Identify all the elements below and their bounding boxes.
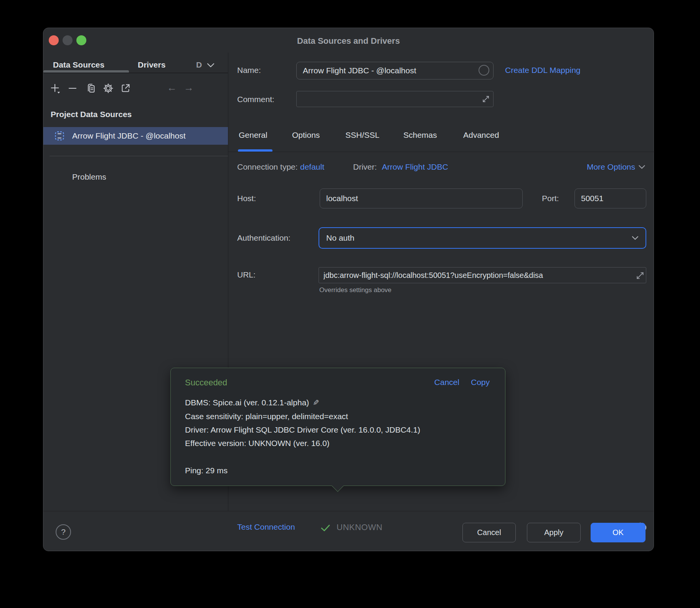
name-input[interactable] <box>297 62 493 79</box>
tab-ssh-ssl[interactable]: SSH/SSL <box>345 131 380 140</box>
more-options-chevron-down-icon <box>639 165 645 169</box>
edit-dbms-pencil-icon[interactable]: ✎ <box>313 396 319 410</box>
url-input[interactable] <box>319 268 646 283</box>
port-input[interactable] <box>575 189 646 208</box>
tab-advanced[interactable]: Advanced <box>463 131 499 140</box>
test-connection-link[interactable]: Test Connection <box>237 522 295 532</box>
host-label: Host: <box>237 194 256 203</box>
port-field-wrap <box>575 188 646 208</box>
dbms-line: DBMS: Spice.ai (ver. 0.12.1-alpha)✎ <box>185 396 420 410</box>
data-sources-dialog: Data Sources and Drivers Data Sources Dr… <box>43 28 654 551</box>
test-connection-result-popup: Succeeded Cancel Copy DBMS: Spice.ai (ve… <box>170 368 505 486</box>
authentication-chevron-down-icon <box>632 236 639 240</box>
connection-status-text: UNKNOWN <box>337 522 383 532</box>
apply-button[interactable]: Apply <box>527 523 581 542</box>
test-result-details: DBMS: Spice.ai (ver. 0.12.1-alpha)✎ Case… <box>185 396 420 477</box>
cancel-button[interactable]: Cancel <box>462 523 516 542</box>
driver-value-link[interactable]: Arrow Flight JDBC <box>382 162 448 172</box>
ping-line: Ping: 29 ms <box>185 464 420 477</box>
forward-arrow-icon[interactable]: → <box>184 82 194 94</box>
create-ddl-mapping-link[interactable]: Create DDL Mapping <box>505 66 581 75</box>
data-source-tree-item-selected[interactable]: Arrow Flight JDBC - @localhost <box>43 127 228 145</box>
authentication-select[interactable]: No auth <box>319 227 646 249</box>
back-arrow-icon[interactable]: ← <box>167 82 177 94</box>
duplicate-data-source-button[interactable] <box>86 83 96 94</box>
connection-type-value[interactable]: default <box>300 162 324 172</box>
tree-separator <box>50 156 228 156</box>
tab-general[interactable]: General <box>239 131 267 140</box>
name-label: Name: <box>237 66 261 75</box>
sidebar-tabstrip-divider <box>43 73 228 73</box>
tab-schemas[interactable]: Schemas <box>403 131 437 140</box>
data-source-settings-gear-icon[interactable] <box>103 83 114 94</box>
popup-copy-link[interactable]: Copy <box>471 378 490 387</box>
window-title: Data Sources and Drivers <box>43 36 654 46</box>
popup-cancel-link[interactable]: Cancel <box>434 378 459 387</box>
test-result-status: Succeeded <box>185 378 227 388</box>
connection-success-check-icon <box>321 524 330 532</box>
more-options-link[interactable]: More Options <box>587 162 645 172</box>
popup-tail <box>332 480 343 492</box>
arrow-flight-driver-icon <box>54 131 64 141</box>
port-label: Port: <box>542 194 559 203</box>
url-expand-icon[interactable] <box>636 271 645 280</box>
driver-line: Driver: Arrow Flight SQL JDBC Driver Cor… <box>185 423 420 436</box>
authentication-value: No auth <box>326 233 355 243</box>
comment-input[interactable] <box>297 91 493 107</box>
tab-ddl-truncated[interactable]: D <box>196 60 202 69</box>
footer-divider <box>43 511 654 511</box>
url-label: URL: <box>237 270 256 279</box>
name-field-wrap <box>296 62 494 79</box>
host-input[interactable] <box>320 189 522 208</box>
host-field-wrap <box>320 188 523 208</box>
sidebar-item-problems[interactable]: Problems <box>72 172 106 182</box>
authentication-label: Authentication: <box>237 233 291 243</box>
data-source-item-label: Arrow Flight JDBC - @localhost <box>72 131 186 140</box>
tab-drivers[interactable]: Drivers <box>138 60 165 69</box>
project-data-sources-header: Project Data Sources <box>51 110 132 119</box>
tab-data-sources[interactable]: Data Sources <box>53 60 104 69</box>
ok-button[interactable]: OK <box>591 523 646 542</box>
tabs-bottom-divider <box>228 152 654 152</box>
case-sensitivity-line: Case sensitivity: plain=upper, delimited… <box>185 410 420 423</box>
url-override-hint: Overrides settings above <box>319 286 391 294</box>
name-spinner-icon <box>479 65 489 76</box>
export-data-source-icon[interactable] <box>120 83 131 94</box>
remove-data-source-button[interactable] <box>67 83 78 94</box>
comment-expand-icon[interactable] <box>482 95 490 103</box>
connection-type-label: Connection type: <box>237 162 298 172</box>
comment-label: Comment: <box>237 95 274 104</box>
driver-label: Driver: <box>353 162 377 172</box>
comment-field-wrap <box>296 91 494 107</box>
tab-overflow-chevron-down-icon[interactable] <box>206 62 215 69</box>
more-options-label: More Options <box>587 162 635 172</box>
screenshot-canvas: Data Sources and Drivers Data Sources Dr… <box>0 0 700 608</box>
url-field-wrap <box>319 267 646 283</box>
effective-version-line: Effective version: UNKNOWN (ver. 16.0) <box>185 436 420 450</box>
help-button[interactable]: ? <box>56 524 71 540</box>
add-data-source-button[interactable] <box>50 83 61 94</box>
tab-options[interactable]: Options <box>292 131 320 140</box>
